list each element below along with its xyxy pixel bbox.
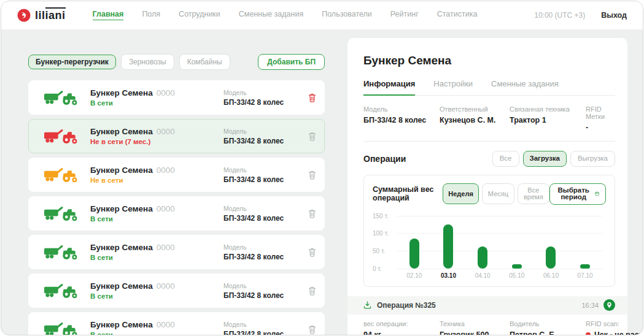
delete-vehicle-button[interactable] [298, 131, 317, 141]
delete-vehicle-button[interactable] [298, 93, 317, 102]
location-badge[interactable] [603, 299, 615, 311]
vehicle-status: В сети [90, 215, 223, 223]
vehicle-name: Бункер Семена [90, 320, 153, 329]
vehicle-card[interactable]: Бункер Семена0000 В сети Модель БП-33/42… [28, 196, 325, 231]
chart-bar[interactable] [443, 224, 453, 269]
vehicle-number: 0000 [157, 320, 175, 329]
nav-item-sotrudniki[interactable]: Сотрудники [179, 10, 220, 20]
tractor-icon [34, 167, 90, 183]
operation-type-filters: Все Загрузка Выгрузка [492, 151, 615, 167]
delete-vehicle-button[interactable] [298, 247, 317, 257]
field-value: - [586, 123, 615, 132]
period-alltime-button[interactable]: Все время [518, 183, 549, 204]
model-value: БП-33/42 8 колес [223, 175, 298, 184]
detail-title: Бункер Семена [363, 54, 615, 67]
trash-icon [308, 131, 317, 141]
delete-vehicle-button[interactable] [298, 208, 317, 218]
chart-title: Суммарный вес операций [373, 185, 434, 202]
clock-utc: 10:00 (UTC +3) [534, 11, 585, 20]
model-label: Модель [223, 205, 298, 212]
operation-details: вес операции:94 кг ТехникаГрузовик 500 В… [347, 315, 627, 336]
model-value: БП-33/42 8 колес [223, 253, 298, 261]
field-label: вес операции: [363, 320, 440, 327]
x-tick: 07.10 [573, 272, 597, 279]
chart-bar[interactable] [409, 239, 419, 269]
model-value: БП-33/42 8 колес [223, 98, 298, 107]
model-label: Модель [223, 128, 298, 135]
logout-button[interactable]: Выход [601, 11, 627, 20]
y-tick: 100 т. [373, 230, 389, 237]
tab-nastroyki[interactable]: Настройки [433, 80, 473, 95]
vehicle-card[interactable]: Бункер Семена0000 Не в сети Модель БП-33… [28, 158, 325, 192]
chart-bar[interactable] [478, 246, 487, 269]
trash-icon [308, 324, 317, 334]
logo-icon [17, 9, 31, 22]
model-label: Модель [223, 89, 298, 96]
nav-item-reyting[interactable]: Рейтинг [390, 10, 419, 20]
add-bp-button[interactable]: Добавить БП [258, 54, 325, 70]
filter-chip-bunker[interactable]: Бункер-перегрузчик [28, 55, 116, 69]
chart-bar[interactable] [580, 264, 590, 269]
chart-bar[interactable] [546, 246, 556, 269]
vehicle-list-panel: Бункер-перегрузчик Зерновозы Комбайны До… [28, 54, 325, 335]
vehicle-status: В сети [90, 331, 223, 335]
nav-item-smennye-zadaniya[interactable]: Сменные задания [239, 10, 303, 20]
nav-item-polzovateli[interactable]: Пользователи [322, 10, 372, 20]
vehicle-number: 0000 [157, 166, 175, 175]
tab-smennye-zadaniya[interactable]: Сменные задания [491, 80, 559, 95]
vehicle-card-selected[interactable]: Бункер Семена0000 Не в сети (7 мес.) Мод… [28, 119, 325, 153]
field-value: Трактор 1 [510, 116, 586, 124]
tractor-icon [34, 205, 90, 222]
filter-chip-kombayny[interactable]: Комбайны [179, 54, 230, 70]
delete-vehicle-button[interactable] [298, 286, 317, 296]
delete-vehicle-button[interactable] [298, 170, 317, 180]
trash-icon [308, 247, 317, 257]
vehicle-name: Бункер Семена [90, 243, 153, 252]
tab-informaciya[interactable]: Информация [363, 80, 415, 96]
op-filter-vygruzka[interactable]: Выгрузка [570, 151, 615, 167]
nav-item-polya[interactable]: Поля [142, 10, 160, 20]
nav-item-statistika[interactable]: Статистика [437, 10, 478, 20]
vehicle-name: Бункер Семена [90, 204, 153, 213]
vehicle-card[interactable]: Бункер Семена0000 В сети Модель БП-33/42… [28, 235, 325, 269]
op-filter-all[interactable]: Все [492, 151, 519, 167]
tractor-icon [34, 283, 90, 299]
x-tick: 03.10 [436, 272, 460, 279]
vehicle-detail-panel: Бункер Семена Информация Настройки Сменн… [347, 38, 627, 335]
location-pin-icon [606, 302, 613, 308]
field-value: 94 кг [363, 330, 440, 336]
select-period-button[interactable]: Выбрать период [549, 183, 606, 205]
field-value: БП-33/42 8 колес [363, 116, 440, 124]
period-month-button[interactable]: Месяц [482, 183, 514, 204]
chart-period-chips: Неделя Месяц Все время [443, 183, 549, 204]
rfid-status-text: Чек - не распечатан [594, 330, 643, 336]
logo-wordmark: liliani [35, 10, 66, 21]
vehicle-filters: Бункер-перегрузчик Зерновозы Комбайны До… [28, 54, 325, 70]
period-week-button[interactable]: Неделя [443, 183, 479, 204]
model-label: Модель [223, 321, 298, 328]
vehicle-card[interactable]: Бункер Семена0000 В сети Модель БП-33/42… [28, 273, 325, 308]
trash-icon [308, 93, 317, 102]
operation-title: Операция №325 [377, 301, 436, 310]
vehicle-status: Не в сети [90, 177, 223, 184]
vehicle-status: Не в сети (7 мес.) [90, 138, 223, 145]
vehicle-card[interactable]: Бункер Семена0000 В сети Модель БП-33/42… [28, 312, 325, 335]
x-tick: 02.10 [402, 272, 427, 279]
x-tick: 04.10 [470, 272, 495, 279]
chart-bar[interactable] [512, 264, 522, 269]
rfid-status-dot [586, 332, 591, 336]
select-period-label: Выбрать период [556, 187, 591, 201]
trash-icon [308, 170, 317, 180]
vehicle-status: В сети [90, 99, 223, 107]
op-filter-zagruzka[interactable]: Загрузка [523, 151, 567, 167]
operation-row-header[interactable]: Операция №325 16:34 [347, 296, 627, 315]
filter-chip-zernovozy[interactable]: Зерновозы [121, 54, 174, 70]
nav-item-glavnaya[interactable]: Главная [93, 10, 124, 20]
delete-vehicle-button[interactable] [298, 324, 317, 334]
vehicle-card[interactable]: Бункер Семена0000 В сети Модель БП-33/42… [28, 80, 325, 115]
detail-tabs: Информация Настройки Сменные задания [363, 80, 615, 96]
logo[interactable]: liliani [17, 9, 66, 22]
vehicle-name: Бункер Семена [90, 88, 153, 97]
model-value: БП-33/42 8 колес [223, 330, 298, 336]
vehicle-status: В сети [90, 292, 223, 300]
